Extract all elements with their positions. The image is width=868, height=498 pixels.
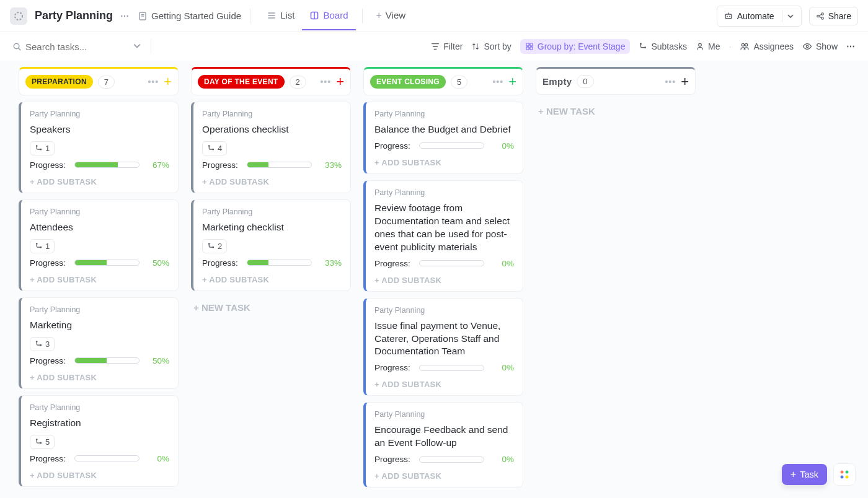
add-subtask-button[interactable]: + ADD SUBTASK (374, 469, 514, 481)
subtask-count-chip[interactable]: 5 (30, 435, 55, 449)
column-empty: Empty 0 ••• + + NEW TASK (536, 67, 696, 486)
column-menu[interactable]: ••• (320, 77, 331, 87)
task-card[interactable]: Party Planning Issue final payment to Ve… (363, 298, 523, 396)
column-header-day-of-event[interactable]: DAY OF THE EVENT 2 ••• + (191, 67, 351, 95)
subtask-count-chip[interactable]: 3 (30, 337, 55, 351)
subtask-count-chip[interactable]: 1 (30, 141, 55, 155)
add-subtask-button[interactable]: + ADD SUBTASK (374, 155, 514, 167)
add-subtask-button[interactable]: + ADD SUBTASK (30, 370, 169, 382)
page-menu-button[interactable]: ⋯ (118, 11, 131, 21)
task-card[interactable]: Party Planning Operations checklist4 Pro… (191, 102, 351, 193)
subtask-count-chip[interactable]: 2 (202, 239, 227, 253)
svg-point-45 (846, 476, 849, 479)
task-card[interactable]: Party Planning Attendees1 Progress: 50% … (19, 199, 179, 291)
column-count: 2 (290, 76, 306, 89)
column-menu[interactable]: ••• (665, 77, 676, 87)
column-header-empty[interactable]: Empty 0 ••• + (536, 67, 696, 95)
subtask-icon (207, 242, 215, 250)
add-subtask-button[interactable]: + ADD SUBTASK (202, 175, 342, 186)
toolbar-more[interactable]: ⋯ (846, 42, 856, 51)
task-card[interactable]: Party Planning Speakers1 Progress: 67% +… (19, 102, 179, 193)
subtask-count-chip[interactable]: 1 (30, 239, 55, 253)
topbar: Party Planning ⋯ Getting Started Guide L… (0, 0, 868, 32)
svg-rect-21 (530, 43, 533, 46)
new-task-button[interactable]: + NEW TASK (191, 297, 351, 318)
divider (250, 9, 250, 24)
progress-label: Progress: (374, 363, 410, 372)
svg-point-18 (14, 43, 19, 48)
progress-bar (419, 142, 484, 149)
task-card[interactable]: Party Planning Encourage Feedback and se… (363, 402, 523, 487)
task-card[interactable]: Party Planning Marketing3 Progress: 50% … (19, 297, 179, 389)
column-menu[interactable]: ••• (148, 77, 159, 87)
task-card[interactable]: Party Planning Review footage from Docum… (363, 180, 523, 292)
card-title: Operations checklist (202, 123, 342, 136)
svg-point-26 (699, 43, 702, 46)
task-card[interactable]: Party Planning Marketing checklist2 Prog… (191, 199, 351, 291)
groupby-button[interactable]: Group by: Event Stage (520, 39, 631, 54)
search-input[interactable] (25, 42, 125, 52)
card-title: Issue final payment to Venue, Caterer, O… (374, 320, 514, 359)
new-task-button[interactable]: + NEW TASK (536, 101, 696, 121)
card-title: Marketing (30, 319, 169, 332)
task-card[interactable]: Party Planning Registration5 Progress: 0… (19, 395, 179, 487)
sortby-label: Sort by (484, 42, 511, 51)
column-add[interactable]: + (681, 77, 689, 86)
add-subtask-button[interactable]: + ADD SUBTASK (30, 468, 169, 480)
fab-apps-button[interactable] (833, 463, 856, 486)
add-subtask-button[interactable]: + ADD SUBTASK (374, 377, 514, 389)
progress-label: Progress: (374, 259, 410, 268)
show-button[interactable]: Show (802, 42, 838, 51)
status-pill: Empty (542, 76, 572, 87)
fab-task-button[interactable]: + Task (782, 464, 827, 485)
svg-point-36 (36, 439, 38, 440)
task-card[interactable]: Party Planning Balance the Budget and De… (363, 102, 523, 174)
card-crumb: Party Planning (30, 403, 169, 412)
progress-bar (74, 357, 140, 364)
chevron-down-icon (787, 13, 794, 19)
column-menu[interactable]: ••• (492, 77, 503, 87)
column-add[interactable]: + (164, 77, 172, 86)
filter-button[interactable]: Filter (431, 42, 463, 51)
breadcrumb-getting-started[interactable]: Getting Started Guide (138, 11, 241, 21)
progress-label: Progress: (202, 258, 238, 268)
assignees-button[interactable]: Assignees (740, 42, 794, 51)
progress-label: Progress: (374, 455, 410, 464)
column-header-preparation[interactable]: PREPARATION 7 ••• + (19, 67, 179, 95)
column-header-event-closing[interactable]: EVENT CLOSING 5 ••• + (363, 67, 523, 95)
add-subtask-button[interactable]: + ADD SUBTASK (30, 175, 169, 186)
card-crumb: Party Planning (202, 110, 342, 118)
search-wrap (12, 42, 125, 52)
view-list[interactable]: List (259, 1, 302, 30)
add-subtask-button[interactable]: + ADD SUBTASK (374, 273, 514, 285)
me-button[interactable]: Me (696, 42, 720, 51)
subtask-count-chip[interactable]: 4 (202, 141, 227, 155)
progress-row: Progress: 0% (374, 141, 514, 151)
sortby-button[interactable]: Sort by (471, 42, 511, 51)
subtask-icon (35, 242, 43, 250)
add-subtask-button[interactable]: + ADD SUBTASK (202, 273, 342, 284)
progress-pct: 50% (148, 258, 169, 268)
groupby-label: Group by: Event Stage (538, 42, 626, 51)
column-count: 7 (98, 76, 115, 89)
column-add[interactable]: + (336, 77, 344, 86)
filter-icon (431, 42, 440, 51)
page-title[interactable]: Party Planning (35, 9, 113, 22)
list-icon (267, 11, 277, 20)
view-board[interactable]: Board (302, 1, 355, 30)
card-title: Attendees (30, 221, 169, 234)
share-button[interactable]: Share (809, 7, 858, 25)
plus-icon: + (376, 10, 382, 21)
add-subtask-button[interactable]: + ADD SUBTASK (30, 273, 169, 284)
view-board-label: Board (323, 10, 348, 20)
column-add[interactable]: + (508, 77, 516, 86)
add-view[interactable]: + View (369, 1, 414, 31)
column-preparation: PREPARATION 7 ••• + Party Planning Speak… (19, 67, 179, 486)
people-icon (740, 42, 750, 51)
svg-line-17 (819, 16, 822, 17)
space-icon[interactable] (10, 7, 27, 25)
progress-row: Progress: 0% (374, 259, 514, 268)
automate-button[interactable]: Automate (717, 6, 802, 27)
subtasks-button[interactable]: Subtasks (639, 42, 687, 51)
search-dropdown[interactable] (133, 42, 141, 51)
